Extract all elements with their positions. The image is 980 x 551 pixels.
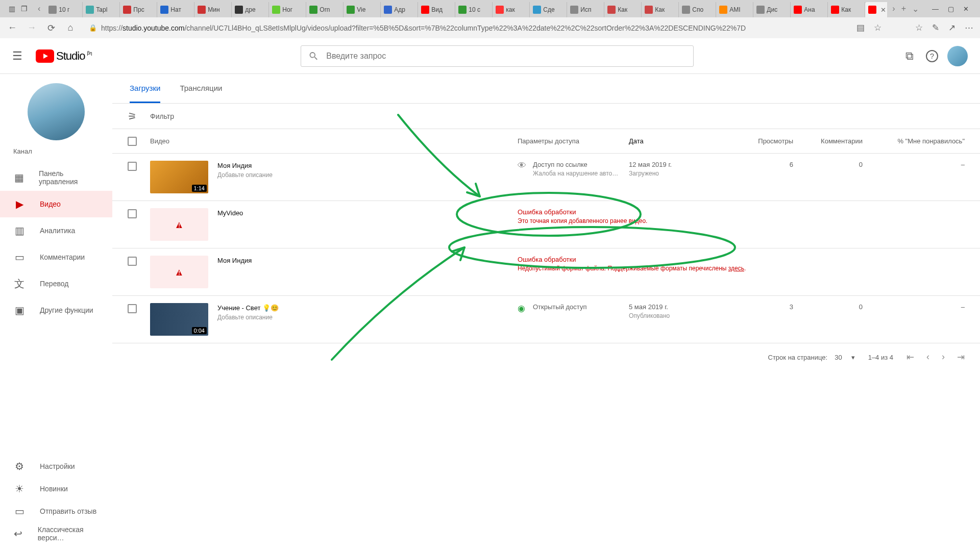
browser-tab[interactable]: AMI xyxy=(716,2,753,17)
browser-tab[interactable]: Ана xyxy=(791,2,828,17)
browser-tab[interactable]: Как xyxy=(642,2,679,17)
browser-tab[interactable]: дре xyxy=(232,2,269,17)
close-window-icon[interactable]: ✕ xyxy=(963,5,969,13)
home-icon[interactable]: ⌂ xyxy=(64,22,77,34)
col-likes[interactable]: % "Мне понравилось" xyxy=(863,137,965,145)
channel-label: Канал xyxy=(13,147,32,155)
sidebar-item[interactable]: 文Перевод xyxy=(0,270,112,297)
prev-page-icon[interactable]: ‹ xyxy=(926,352,929,363)
sidebar-item[interactable]: ☀Новинки xyxy=(0,478,112,500)
table-row[interactable]: MyVideo Ошибка обработкиЭто точная копия… xyxy=(112,201,980,248)
minimize-icon[interactable]: — xyxy=(932,5,939,13)
share-icon[interactable]: ↗ xyxy=(948,22,955,33)
video-title[interactable]: Моя Индия xyxy=(217,257,252,264)
sidebar-item[interactable]: ▣Другие функции xyxy=(0,297,112,323)
browser-tab[interactable]: Дис xyxy=(753,2,791,17)
studio-logo[interactable]: Studio βη xyxy=(36,49,92,63)
video-thumbnail[interactable] xyxy=(150,256,208,288)
sidebar-item[interactable]: ↩Классическая верси… xyxy=(0,522,112,545)
more-icon[interactable]: ⋯ xyxy=(965,22,973,33)
row-checkbox[interactable] xyxy=(128,209,137,218)
table-row[interactable]: 1:14 Моя ИндияДобавьте описание 👁Доступ … xyxy=(112,154,980,201)
table-row[interactable]: Моя Индия Ошибка обработкиНедопустимый ф… xyxy=(112,248,980,296)
tab-title: Orn xyxy=(320,6,330,13)
rows-per-page-select[interactable]: 30▾ xyxy=(835,354,854,361)
browser-tab[interactable]: Вид xyxy=(418,2,455,17)
menu-icon[interactable]: ☰ xyxy=(12,49,26,63)
tab-prev-icon[interactable]: ‹ xyxy=(38,4,40,13)
browser-tab[interactable]: Tapl xyxy=(83,2,120,17)
favicon xyxy=(756,6,765,14)
browser-tab[interactable]: Ног xyxy=(269,2,306,17)
sidebar-item[interactable]: ▭Отправить отзыв xyxy=(0,500,112,522)
sidebar-item[interactable]: ▥Аналитика xyxy=(0,217,112,244)
col-date[interactable]: Дата xyxy=(629,137,727,145)
row-checkbox[interactable] xyxy=(128,257,137,266)
video-thumbnail[interactable]: 1:14 xyxy=(150,161,208,193)
forward-icon[interactable]: → xyxy=(26,22,38,34)
highlight-icon[interactable]: ✎ xyxy=(932,22,939,33)
col-visibility[interactable]: Параметры доступа xyxy=(518,137,629,145)
browser-tab[interactable]: Сде xyxy=(530,2,567,17)
error-link[interactable]: здесь xyxy=(728,265,744,272)
address-bar[interactable]: 🔒 https://studio.youtube.com/channel/UC7… xyxy=(84,20,849,36)
filter-icon[interactable]: ⚞ xyxy=(128,110,137,122)
tab-next-icon[interactable]: › xyxy=(892,4,895,13)
sidebar-item[interactable]: ▭Комментарии xyxy=(0,244,112,270)
favorites-icon[interactable]: ☆ xyxy=(915,22,923,33)
browser-tab[interactable]: Прс xyxy=(120,2,157,17)
video-thumbnail[interactable]: 0:04 xyxy=(150,303,208,336)
create-video-icon[interactable]: ⧉ xyxy=(902,49,917,63)
browser-tab[interactable]: ✕ xyxy=(865,2,887,17)
filter-label[interactable]: Фильтр xyxy=(150,112,174,120)
col-comments[interactable]: Комментарии xyxy=(793,137,863,145)
browser-tab[interactable]: Orn xyxy=(306,2,344,17)
browser-tab[interactable]: 10 г xyxy=(45,2,83,17)
sidebar-item-label: Классическая верси… xyxy=(38,525,99,542)
browser-tab[interactable]: Исп xyxy=(567,2,604,17)
maximize-icon[interactable]: ▢ xyxy=(948,5,954,13)
browser-tab[interactable]: Адр xyxy=(381,2,418,17)
browser-tab[interactable]: Как xyxy=(604,2,642,17)
close-tab-icon[interactable]: ✕ xyxy=(880,6,887,14)
video-title[interactable]: MyVideo xyxy=(217,209,243,217)
bookmark-star-icon[interactable]: ☆ xyxy=(874,22,881,33)
browser-tab[interactable]: Vie xyxy=(344,2,381,17)
first-page-icon[interactable]: ⇤ xyxy=(906,352,914,363)
app-menu-icon[interactable]: ▥ xyxy=(8,5,15,12)
tab-uploads[interactable]: Загрузки xyxy=(130,74,160,103)
reload-icon[interactable]: ⟳ xyxy=(45,22,57,34)
col-views[interactable]: Просмотры xyxy=(727,137,793,145)
col-video[interactable]: Видео xyxy=(150,137,518,145)
video-title[interactable]: Учение - Свет 💡😊 xyxy=(217,304,279,312)
sidebar-item[interactable]: ⚙Настройки xyxy=(0,455,112,478)
tab-live[interactable]: Трансляции xyxy=(180,74,222,103)
help-icon[interactable]: ? xyxy=(926,50,938,62)
channel-avatar[interactable] xyxy=(28,83,85,140)
next-page-icon[interactable]: › xyxy=(942,352,945,363)
row-checkbox[interactable] xyxy=(128,304,137,313)
sidebar-item[interactable]: ▦Панель управления xyxy=(0,164,112,191)
video-thumbnail[interactable] xyxy=(150,208,208,241)
browser-tab[interactable]: Мин xyxy=(194,2,232,17)
browser-tab[interactable]: Как xyxy=(828,2,865,17)
rows-per-page-label: Строк на странице: xyxy=(768,354,828,361)
browser-tab[interactable]: 10 с xyxy=(455,2,493,17)
new-tab-icon[interactable]: + xyxy=(901,4,906,13)
row-checkbox[interactable] xyxy=(128,162,137,171)
last-page-icon[interactable]: ⇥ xyxy=(957,352,965,363)
avatar[interactable] xyxy=(947,46,968,66)
back-icon[interactable]: ← xyxy=(6,22,18,34)
select-all-checkbox[interactable] xyxy=(128,137,137,146)
browser-tab[interactable]: Нат xyxy=(157,2,194,17)
search-box[interactable] xyxy=(301,45,694,67)
sidebar-item[interactable]: ▶Видео xyxy=(0,191,112,217)
video-title[interactable]: Моя Индия xyxy=(217,162,273,169)
tab-list-icon[interactable]: ⌄ xyxy=(912,4,919,14)
reader-icon[interactable]: ▤ xyxy=(856,22,865,33)
browser-tab[interactable]: Спо xyxy=(679,2,716,17)
search-input[interactable] xyxy=(326,52,686,61)
browser-tab[interactable]: как xyxy=(493,2,530,17)
copy-icon[interactable]: ❐ xyxy=(20,5,28,12)
table-row[interactable]: 0:04 Учение - Свет 💡😊Добавьте описание ◉… xyxy=(112,296,980,343)
